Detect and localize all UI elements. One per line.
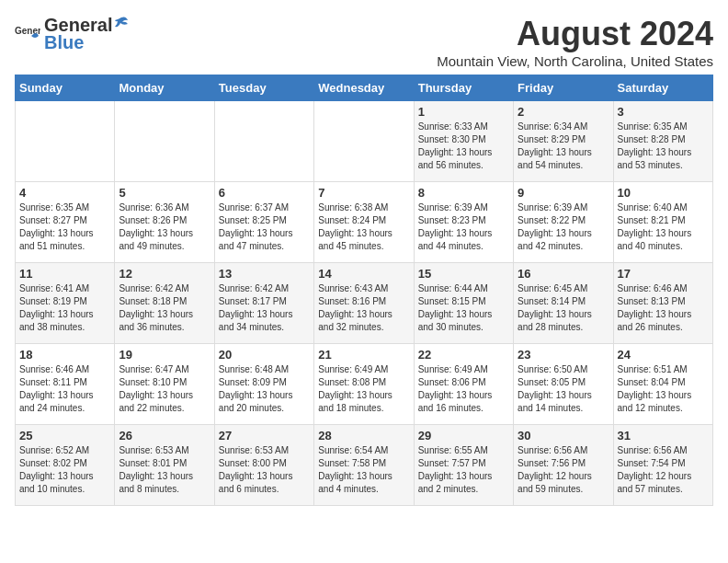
calendar-cell: 1Sunrise: 6:33 AMSunset: 8:30 PMDaylight… xyxy=(414,101,513,182)
calendar-cell: 6Sunrise: 6:37 AMSunset: 8:25 PMDaylight… xyxy=(214,182,313,263)
calendar-cell: 28Sunrise: 6:54 AMSunset: 7:58 PMDayligh… xyxy=(314,425,414,506)
calendar-week-4: 18Sunrise: 6:46 AMSunset: 8:11 PMDayligh… xyxy=(16,344,713,425)
calendar-cell xyxy=(115,101,214,182)
cell-content: Sunrise: 6:39 AMSunset: 8:23 PMDaylight:… xyxy=(418,201,509,253)
calendar-cell: 31Sunrise: 6:56 AMSunset: 7:54 PMDayligh… xyxy=(613,425,712,506)
day-number: 3 xyxy=(618,105,709,119)
logo-icon: General xyxy=(15,21,40,47)
day-number: 18 xyxy=(19,348,110,362)
cell-content: Sunrise: 6:53 AMSunset: 8:00 PMDaylight:… xyxy=(219,444,310,496)
day-number: 19 xyxy=(119,348,210,362)
calendar-cell: 29Sunrise: 6:55 AMSunset: 7:57 PMDayligh… xyxy=(414,425,513,506)
header-day-sunday: Sunday xyxy=(16,75,115,101)
header: General General Blue August 2024 Mountai… xyxy=(15,15,713,69)
cell-content: Sunrise: 6:36 AMSunset: 8:26 PMDaylight:… xyxy=(119,201,210,253)
calendar-cell: 26Sunrise: 6:53 AMSunset: 8:01 PMDayligh… xyxy=(115,425,214,506)
cell-content: Sunrise: 6:54 AMSunset: 7:58 PMDaylight:… xyxy=(318,444,409,496)
day-number: 16 xyxy=(518,267,609,281)
day-number: 21 xyxy=(318,348,409,362)
day-number: 25 xyxy=(19,429,110,442)
calendar-week-2: 4Sunrise: 6:35 AMSunset: 8:27 PMDaylight… xyxy=(16,182,713,263)
calendar-cell: 12Sunrise: 6:42 AMSunset: 8:18 PMDayligh… xyxy=(115,263,214,344)
calendar-cell xyxy=(214,101,313,182)
calendar-cell: 7Sunrise: 6:38 AMSunset: 8:24 PMDaylight… xyxy=(314,182,414,263)
cell-content: Sunrise: 6:49 AMSunset: 8:08 PMDaylight:… xyxy=(318,363,409,415)
cell-content: Sunrise: 6:44 AMSunset: 8:15 PMDaylight:… xyxy=(418,282,509,334)
calendar-cell: 14Sunrise: 6:43 AMSunset: 8:16 PMDayligh… xyxy=(314,263,414,344)
main-title: August 2024 xyxy=(437,15,713,53)
day-number: 2 xyxy=(518,105,609,119)
calendar-cell: 24Sunrise: 6:51 AMSunset: 8:04 PMDayligh… xyxy=(613,344,712,425)
cell-content: Sunrise: 6:51 AMSunset: 8:04 PMDaylight:… xyxy=(618,363,709,415)
header-day-saturday: Saturday xyxy=(613,75,712,101)
calendar-cell: 2Sunrise: 6:34 AMSunset: 8:29 PMDaylight… xyxy=(514,101,613,182)
cell-content: Sunrise: 6:46 AMSunset: 8:13 PMDaylight:… xyxy=(618,282,709,334)
calendar-cell: 27Sunrise: 6:53 AMSunset: 8:00 PMDayligh… xyxy=(214,425,313,506)
header-day-tuesday: Tuesday xyxy=(214,75,313,101)
calendar-cell: 16Sunrise: 6:45 AMSunset: 8:14 PMDayligh… xyxy=(514,263,613,344)
cell-content: Sunrise: 6:34 AMSunset: 8:29 PMDaylight:… xyxy=(518,121,609,172)
logo: General General Blue xyxy=(15,15,131,53)
calendar-cell: 23Sunrise: 6:50 AMSunset: 8:05 PMDayligh… xyxy=(514,344,613,425)
cell-content: Sunrise: 6:50 AMSunset: 8:05 PMDaylight:… xyxy=(518,363,609,415)
day-number: 22 xyxy=(418,348,509,362)
logo-bird-icon xyxy=(113,15,130,31)
cell-content: Sunrise: 6:35 AMSunset: 8:27 PMDaylight:… xyxy=(19,201,110,253)
calendar-cell: 10Sunrise: 6:40 AMSunset: 8:21 PMDayligh… xyxy=(613,182,712,263)
cell-content: Sunrise: 6:56 AMSunset: 7:54 PMDaylight:… xyxy=(618,444,709,496)
header-day-monday: Monday xyxy=(115,75,214,101)
cell-content: Sunrise: 6:52 AMSunset: 8:02 PMDaylight:… xyxy=(19,444,110,496)
cell-content: Sunrise: 6:56 AMSunset: 7:56 PMDaylight:… xyxy=(518,444,609,496)
cell-content: Sunrise: 6:33 AMSunset: 8:30 PMDaylight:… xyxy=(418,121,509,172)
calendar-week-3: 11Sunrise: 6:41 AMSunset: 8:19 PMDayligh… xyxy=(16,263,713,344)
day-number: 5 xyxy=(119,186,210,200)
cell-content: Sunrise: 6:40 AMSunset: 8:21 PMDaylight:… xyxy=(618,201,709,253)
day-number: 20 xyxy=(219,348,310,362)
day-number: 14 xyxy=(318,267,409,281)
subtitle: Mountain View, North Carolina, United St… xyxy=(437,53,713,69)
cell-content: Sunrise: 6:38 AMSunset: 8:24 PMDaylight:… xyxy=(318,201,409,253)
calendar-week-5: 25Sunrise: 6:52 AMSunset: 8:02 PMDayligh… xyxy=(16,425,713,506)
calendar-cell xyxy=(314,101,414,182)
cell-content: Sunrise: 6:49 AMSunset: 8:06 PMDaylight:… xyxy=(418,363,509,415)
day-number: 28 xyxy=(318,429,409,442)
calendar-cell: 13Sunrise: 6:42 AMSunset: 8:17 PMDayligh… xyxy=(214,263,313,344)
calendar-cell: 20Sunrise: 6:48 AMSunset: 8:09 PMDayligh… xyxy=(214,344,313,425)
calendar-cell: 5Sunrise: 6:36 AMSunset: 8:26 PMDaylight… xyxy=(115,182,214,263)
day-number: 13 xyxy=(219,267,310,281)
cell-content: Sunrise: 6:46 AMSunset: 8:11 PMDaylight:… xyxy=(19,363,110,415)
cell-content: Sunrise: 6:42 AMSunset: 8:17 PMDaylight:… xyxy=(219,282,310,334)
calendar-cell: 15Sunrise: 6:44 AMSunset: 8:15 PMDayligh… xyxy=(414,263,513,344)
day-number: 12 xyxy=(119,267,210,281)
calendar-cell: 9Sunrise: 6:39 AMSunset: 8:22 PMDaylight… xyxy=(514,182,613,263)
calendar-cell: 8Sunrise: 6:39 AMSunset: 8:23 PMDaylight… xyxy=(414,182,513,263)
day-number: 8 xyxy=(418,186,509,200)
header-day-friday: Friday xyxy=(514,75,613,101)
day-number: 24 xyxy=(618,348,709,362)
calendar-table: SundayMondayTuesdayWednesdayThursdayFrid… xyxy=(15,75,713,506)
calendar-cell: 19Sunrise: 6:47 AMSunset: 8:10 PMDayligh… xyxy=(115,344,214,425)
day-number: 27 xyxy=(219,429,310,442)
cell-content: Sunrise: 6:42 AMSunset: 8:18 PMDaylight:… xyxy=(119,282,210,334)
cell-content: Sunrise: 6:37 AMSunset: 8:25 PMDaylight:… xyxy=(219,201,310,253)
day-number: 26 xyxy=(119,429,210,442)
day-number: 11 xyxy=(19,267,110,281)
cell-content: Sunrise: 6:53 AMSunset: 8:01 PMDaylight:… xyxy=(119,444,210,496)
calendar-cell: 21Sunrise: 6:49 AMSunset: 8:08 PMDayligh… xyxy=(314,344,414,425)
header-day-wednesday: Wednesday xyxy=(314,75,414,101)
day-number: 6 xyxy=(219,186,310,200)
day-number: 7 xyxy=(318,186,409,200)
day-number: 1 xyxy=(418,105,509,119)
title-area: August 2024 Mountain View, North Carolin… xyxy=(437,15,713,69)
cell-content: Sunrise: 6:39 AMSunset: 8:22 PMDaylight:… xyxy=(518,201,609,253)
calendar-cell: 4Sunrise: 6:35 AMSunset: 8:27 PMDaylight… xyxy=(16,182,115,263)
calendar-header-row: SundayMondayTuesdayWednesdayThursdayFrid… xyxy=(16,75,713,101)
calendar-cell: 18Sunrise: 6:46 AMSunset: 8:11 PMDayligh… xyxy=(16,344,115,425)
calendar-cell: 3Sunrise: 6:35 AMSunset: 8:28 PMDaylight… xyxy=(613,101,712,182)
calendar-cell: 11Sunrise: 6:41 AMSunset: 8:19 PMDayligh… xyxy=(16,263,115,344)
calendar-week-1: 1Sunrise: 6:33 AMSunset: 8:30 PMDaylight… xyxy=(16,101,713,182)
day-number: 29 xyxy=(418,429,509,442)
calendar-cell xyxy=(16,101,115,182)
day-number: 31 xyxy=(618,429,709,442)
cell-content: Sunrise: 6:47 AMSunset: 8:10 PMDaylight:… xyxy=(119,363,210,415)
